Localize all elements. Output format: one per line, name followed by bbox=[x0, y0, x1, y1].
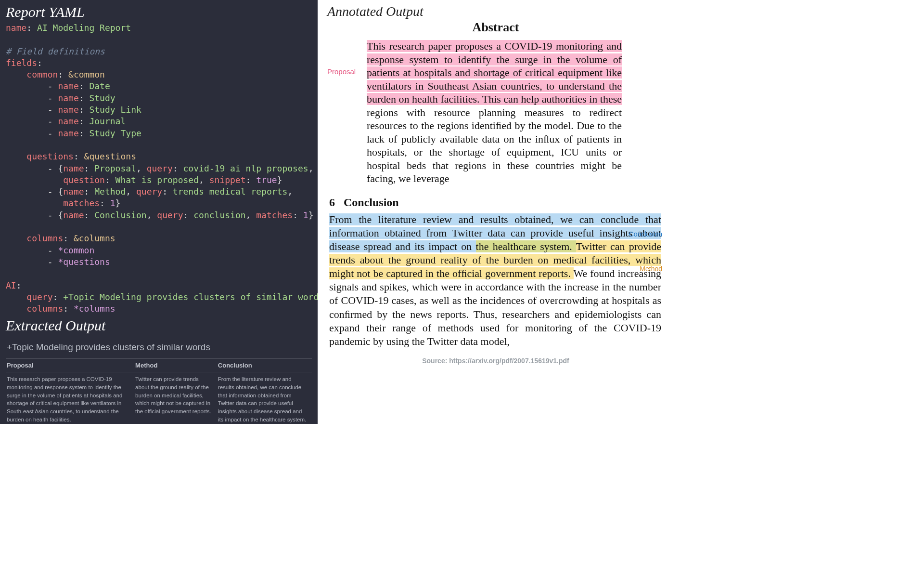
section-title: Conclusion bbox=[344, 196, 399, 209]
cell-method: Twitter can provide trends about the gro… bbox=[134, 372, 217, 424]
section-heading: 6Conclusion bbox=[329, 196, 664, 209]
section-number: 6 bbox=[329, 196, 335, 209]
abstract-rest: regions with resource planning measures … bbox=[367, 106, 622, 185]
extracted-title: +Topic Modeling provides clusters of sim… bbox=[7, 342, 312, 353]
yaml-key-questions: questions bbox=[26, 151, 74, 161]
cell-conclusion: From the literature review and results o… bbox=[217, 372, 312, 424]
right-panel: Annotated Output Abstract Proposal This … bbox=[318, 0, 678, 424]
col-conclusion: Conclusion bbox=[217, 359, 312, 372]
col-proposal: Proposal bbox=[6, 359, 134, 372]
yaml-key-name: name bbox=[6, 23, 26, 33]
left-panel: Report YAML name: AI Modeling Report # F… bbox=[0, 0, 318, 424]
label-proposal: Proposal bbox=[327, 39, 363, 76]
cell-proposal: This research paper proposes a COVID-19 … bbox=[6, 372, 134, 424]
yaml-ref: *common bbox=[58, 245, 94, 255]
highlight-proposal: This can help authorities in these bbox=[482, 93, 622, 105]
yaml-comment: # Field definitions bbox=[6, 46, 105, 56]
ai-query-val: +Topic Modeling provides clusters of sim… bbox=[63, 292, 324, 302]
yaml-key-ai: AI bbox=[6, 280, 16, 290]
yaml-val-name: AI Modeling Report bbox=[37, 23, 131, 33]
common-item: Journal bbox=[89, 116, 126, 126]
highlight-overlap: the healthcare system. bbox=[476, 240, 576, 252]
yaml-anchor-questions: &questions bbox=[84, 151, 136, 161]
common-item: Study bbox=[89, 93, 115, 103]
common-item: Date bbox=[89, 81, 110, 91]
table-header-row: Proposal Method Conclusion bbox=[6, 359, 312, 372]
yaml-ref: *questions bbox=[58, 257, 110, 267]
yaml-key-fields: fields bbox=[6, 58, 37, 68]
yaml-key-common: common bbox=[26, 69, 58, 79]
report-yaml-heading: Report YAML bbox=[6, 4, 312, 20]
label-conclusion: Conclusion bbox=[629, 230, 662, 239]
yaml-block: name: AI Modeling Report # Field definit… bbox=[6, 22, 312, 315]
extracted-table: Proposal Method Conclusion This research… bbox=[6, 358, 312, 424]
label-method: Method bbox=[640, 265, 662, 274]
yaml-ref: *columns bbox=[74, 303, 116, 314]
common-item: Study Type bbox=[89, 128, 141, 138]
abstract-text: This research paper proposes a COVID-19 … bbox=[367, 39, 622, 185]
col-method: Method bbox=[134, 359, 217, 372]
abstract-title: Abstract bbox=[327, 20, 664, 35]
table-row: This research paper proposes a COVID-19 … bbox=[6, 372, 312, 424]
abstract-block: Proposal This research paper proposes a … bbox=[327, 39, 664, 185]
conclusion-text: Conclusion Method From the literature re… bbox=[329, 213, 661, 349]
extracted-output-heading: Extracted Output bbox=[6, 317, 312, 335]
annotated-output-heading: Annotated Output bbox=[327, 4, 664, 19]
yaml-key-columns: columns bbox=[26, 233, 63, 243]
source-line: Source: https://arxiv.org/pdf/2007.15619… bbox=[327, 357, 664, 365]
yaml-anchor-columns: &columns bbox=[74, 233, 116, 243]
common-item: Study Link bbox=[89, 105, 141, 115]
yaml-anchor-common: &common bbox=[68, 69, 105, 79]
